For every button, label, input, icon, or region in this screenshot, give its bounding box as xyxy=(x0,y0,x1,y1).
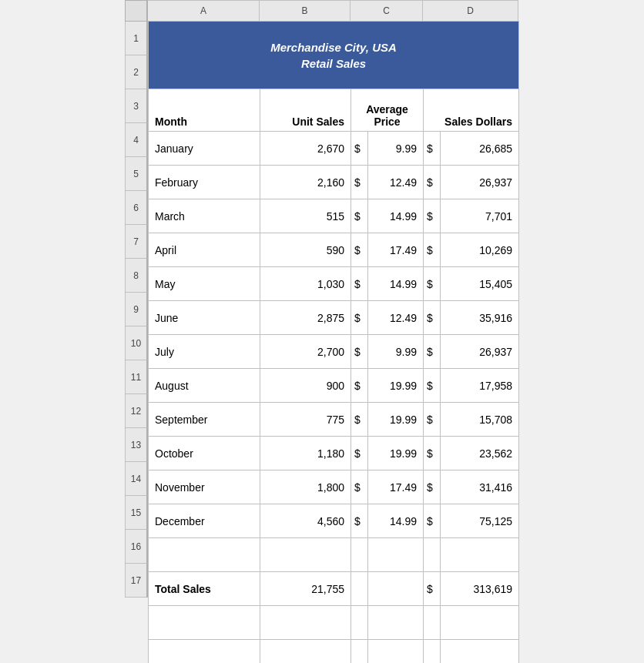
price-cell: 19.99 xyxy=(368,437,424,470)
total-dollars: 313,619 xyxy=(441,572,519,606)
month-header: Month xyxy=(149,89,260,132)
header-row: Month Unit Sales Average Price Sales Dol… xyxy=(149,89,519,132)
month-cell: June xyxy=(149,301,260,335)
title-merged-cell: Merchandise City, USA Retail Sales xyxy=(149,22,519,89)
sales-cell: 17,958 xyxy=(441,369,519,403)
table-row: December 4,560 $ 14.99 $ 75,125 xyxy=(149,504,519,538)
units-cell: 2,700 xyxy=(260,335,351,369)
empty-cell xyxy=(368,606,424,640)
row-num-4: 4 xyxy=(125,123,148,157)
main-table: Merchandise City, USA Retail Sales Month… xyxy=(148,21,519,663)
sales-dollar-sign: $ xyxy=(424,403,441,437)
price-dollar-sign: $ xyxy=(351,369,368,403)
row-num-14: 14 xyxy=(125,462,148,496)
title-row: Merchandise City, USA Retail Sales xyxy=(149,22,519,89)
units-cell: 1,800 xyxy=(260,470,351,504)
price-dollar-sign: $ xyxy=(351,504,368,538)
empty-cell xyxy=(441,606,519,640)
month-cell: October xyxy=(149,437,260,470)
spreadsheet: 1 2 3 4 5 6 7 8 9 10 11 12 13 14 15 16 1… xyxy=(125,0,519,663)
table-row: October 1,180 $ 19.99 $ 23,562 xyxy=(149,437,519,470)
sales-cell: 15,708 xyxy=(441,403,519,437)
units-cell: 900 xyxy=(260,369,351,403)
sales-cell: 35,916 xyxy=(441,301,519,335)
table-row: July 2,700 $ 9.99 $ 26,937 xyxy=(149,335,519,369)
units-cell: 1,180 xyxy=(260,437,351,470)
col-header-d[interactable]: D xyxy=(423,0,518,22)
sales-dollar-sign: $ xyxy=(424,132,441,166)
units-cell: 2,875 xyxy=(260,301,351,335)
sales-cell: 26,937 xyxy=(441,166,519,199)
title-line1: Merchandise City, USA xyxy=(270,41,397,54)
col-header-a[interactable]: A xyxy=(148,0,260,22)
price-cell: 14.99 xyxy=(368,504,424,538)
avg-price-header: Average Price xyxy=(351,89,424,132)
corner-cell xyxy=(125,0,148,22)
empty-cell xyxy=(149,538,260,572)
month-cell: July xyxy=(149,335,260,369)
month-cell: December xyxy=(149,504,260,538)
units-cell: 2,670 xyxy=(260,132,351,166)
sales-cell: 31,416 xyxy=(441,470,519,504)
row-num-15: 15 xyxy=(125,496,148,530)
empty-cell xyxy=(368,572,424,606)
units-cell: 590 xyxy=(260,233,351,267)
units-cell: 2,160 xyxy=(260,166,351,199)
empty-cell xyxy=(441,538,519,572)
price-cell: 14.99 xyxy=(368,199,424,233)
month-cell: April xyxy=(149,233,260,267)
row-num-5: 5 xyxy=(125,157,148,191)
sales-cell: 23,562 xyxy=(441,437,519,470)
empty-cell xyxy=(424,538,441,572)
price-cell: 12.49 xyxy=(368,166,424,199)
empty-cell xyxy=(351,606,368,640)
column-headers: A B C D xyxy=(148,0,519,22)
row-num-12: 12 xyxy=(125,394,148,428)
price-dollar-sign: $ xyxy=(351,301,368,335)
units-cell: 1,030 xyxy=(260,267,351,301)
row-num-2: 2 xyxy=(125,55,148,89)
month-cell: March xyxy=(149,199,260,233)
sales-dollars-header: Sales Dollars xyxy=(424,89,519,132)
row-num-7: 7 xyxy=(125,225,148,259)
price-cell: 17.49 xyxy=(368,233,424,267)
month-cell: November xyxy=(149,470,260,504)
row-num-6: 6 xyxy=(125,191,148,225)
month-cell: January xyxy=(149,132,260,166)
month-cell: May xyxy=(149,267,260,301)
empty-cell xyxy=(149,640,260,664)
row-num-11: 11 xyxy=(125,360,148,394)
sales-dollar-sign: $ xyxy=(424,301,441,335)
sales-cell: 26,685 xyxy=(441,132,519,166)
row-num-3: 3 xyxy=(125,89,148,123)
table-row: January 2,670 $ 9.99 $ 26,685 xyxy=(149,132,519,166)
total-units: 21,755 xyxy=(260,572,351,606)
units-cell: 775 xyxy=(260,403,351,437)
sales-cell: 7,701 xyxy=(441,199,519,233)
empty-row xyxy=(149,606,519,640)
table-row: September 775 $ 19.99 $ 15,708 xyxy=(149,403,519,437)
empty-cell xyxy=(351,572,368,606)
col-header-c[interactable]: C xyxy=(351,0,423,22)
price-dollar-sign: $ xyxy=(351,132,368,166)
row-num-10: 10 xyxy=(125,326,148,360)
price-dollar-sign: $ xyxy=(351,335,368,369)
sales-dollar-sign: $ xyxy=(424,233,441,267)
price-cell: 9.99 xyxy=(368,335,424,369)
empty-row xyxy=(149,538,519,572)
col-header-b[interactable]: B xyxy=(260,0,351,22)
price-dollar-sign: $ xyxy=(351,199,368,233)
total-dollar-sign: $ xyxy=(424,572,441,606)
price-dollar-sign: $ xyxy=(351,470,368,504)
empty-cell xyxy=(368,538,424,572)
units-cell: 4,560 xyxy=(260,504,351,538)
total-row: Total Sales 21,755 $ 313,619 xyxy=(149,572,519,606)
empty-cell xyxy=(260,538,351,572)
row-numbers-column: 1 2 3 4 5 6 7 8 9 10 11 12 13 14 15 16 1… xyxy=(125,0,148,663)
title-line2: Retail Sales xyxy=(301,57,366,70)
sales-dollar-sign: $ xyxy=(424,199,441,233)
empty-row xyxy=(149,640,519,664)
empty-cell xyxy=(368,640,424,664)
empty-cell xyxy=(441,640,519,664)
table-area: A B C D Merchandise City, USA Retail Sal… xyxy=(148,0,519,663)
